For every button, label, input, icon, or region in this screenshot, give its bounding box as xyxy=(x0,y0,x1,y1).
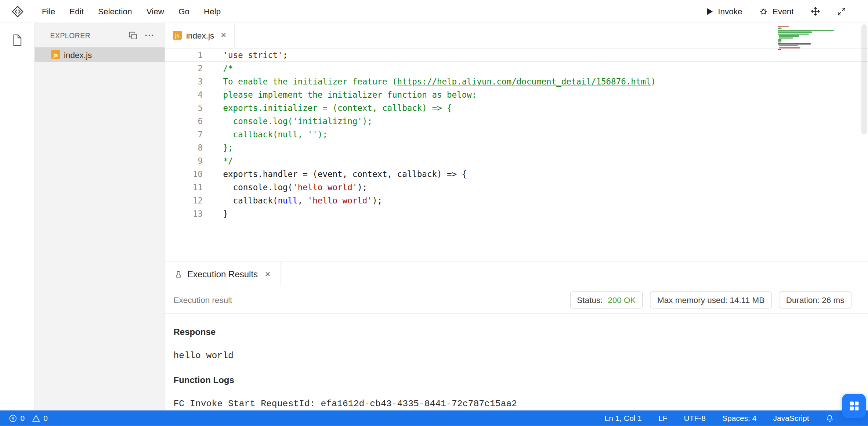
code-line-2[interactable]: 2/* xyxy=(165,62,868,75)
tab-index-js[interactable]: js index.js × xyxy=(165,23,235,47)
code-token: To enable the initializer feature ( xyxy=(223,77,397,87)
bell-icon[interactable] xyxy=(826,414,834,423)
grid-icon xyxy=(849,401,860,412)
code-line-12[interactable]: 12 callback(null, 'hello world'); xyxy=(165,194,868,207)
main-area: EXPLORER ··· jsindex.js j xyxy=(0,23,868,411)
editor-scrollbar[interactable] xyxy=(861,24,867,134)
code-line-5[interactable]: 5exports.initializer = (context, callbac… xyxy=(165,101,868,115)
file-list: jsindex.js xyxy=(35,47,165,62)
line-number: 5 xyxy=(165,103,203,113)
editor: js index.js × 1'use strict';2/*3To enabl… xyxy=(165,23,868,262)
minimap-line xyxy=(779,47,800,48)
code-token: } xyxy=(223,209,228,219)
code-line-8[interactable]: 8}; xyxy=(165,141,868,154)
status-line-ending[interactable]: LF xyxy=(658,414,668,423)
close-panel-icon[interactable]: × xyxy=(265,269,271,280)
line-number: 9 xyxy=(165,156,203,166)
explorer-header-actions: ··· xyxy=(129,31,155,40)
result-badge: Status: 200 OK xyxy=(570,292,643,309)
code-token: ; xyxy=(283,50,288,60)
minimap-line xyxy=(778,26,788,27)
explorer-title: EXPLORER xyxy=(50,31,91,40)
event-button[interactable]: Event xyxy=(759,7,793,16)
js-file-icon: js xyxy=(51,50,60,59)
bug-icon xyxy=(759,7,768,16)
panel-tab-label: Execution Results xyxy=(187,270,258,279)
line-number: 2 xyxy=(165,64,203,73)
line-text: console.log('initializing'); xyxy=(203,116,372,126)
code-line-6[interactable]: 6 console.log('initializing'); xyxy=(165,115,868,128)
result-badge: Max memory used: 14.11 MB xyxy=(650,292,771,309)
more-actions-icon[interactable]: ··· xyxy=(145,33,155,38)
line-text: } xyxy=(203,209,228,219)
menu-file[interactable]: File xyxy=(35,7,62,16)
status-language-mode[interactable]: JavaScript xyxy=(773,414,809,423)
line-number: 1 xyxy=(165,50,203,60)
badge-value: 200 OK xyxy=(608,295,636,305)
status-encoding[interactable]: UTF-8 xyxy=(684,414,706,423)
code-line-7[interactable]: 7 callback(null, ''); xyxy=(165,128,868,141)
code-line-4[interactable]: 4please implement the initializer functi… xyxy=(165,88,868,101)
play-icon xyxy=(707,7,713,15)
toolbar-actions: Invoke Event xyxy=(707,6,868,17)
minimap-line xyxy=(778,43,811,44)
code-line-9[interactable]: 9*/ xyxy=(165,154,868,167)
result-badge: Duration: 26 ms xyxy=(779,292,851,309)
line-number: 11 xyxy=(165,183,203,192)
close-tab-icon[interactable]: × xyxy=(221,30,226,41)
code-line-3[interactable]: 3To enable the initializer feature (http… xyxy=(165,75,868,88)
minimap-line xyxy=(779,36,799,37)
fullscreen-button[interactable] xyxy=(837,7,846,16)
menu-items: FileEditSelectionViewGoHelp xyxy=(35,7,228,16)
menu-go[interactable]: Go xyxy=(171,7,197,16)
code-token: exports.initializer = (context, callback… xyxy=(223,103,452,113)
problems-indicator[interactable]: 0 0 xyxy=(9,414,52,423)
code-line-1[interactable]: 1'use strict'; xyxy=(165,48,868,62)
badge-label: Status: xyxy=(577,295,605,305)
function-logs-line: FC Invoke Start RequestId: efa1612d-cb43… xyxy=(174,398,860,409)
menu-view[interactable]: View xyxy=(139,7,171,16)
minimap-line xyxy=(779,37,793,39)
move-panel-button[interactable] xyxy=(810,6,821,17)
activity-bar xyxy=(0,23,35,411)
response-title: Response xyxy=(174,327,860,338)
minimap[interactable] xyxy=(778,26,843,51)
line-text: */ xyxy=(203,156,233,166)
status-cursor-position[interactable]: Ln 1, Col 1 xyxy=(604,414,642,423)
comment-link[interactable]: https://help.aliyun.com/document_detail/… xyxy=(397,77,651,87)
code-token: 'hello world' xyxy=(308,196,372,206)
explorer-header: EXPLORER ··· xyxy=(35,23,165,47)
line-number: 7 xyxy=(165,130,203,140)
line-text: please implement the initializer functio… xyxy=(203,90,477,100)
status-indentation[interactable]: Spaces: 4 xyxy=(722,414,756,423)
code-line-11[interactable]: 11 console.log('hello world'); xyxy=(165,181,868,194)
explorer-files-icon[interactable] xyxy=(10,33,24,50)
error-count: 0 xyxy=(21,414,25,423)
file-index.js[interactable]: jsindex.js xyxy=(35,47,165,62)
js-file-icon: js xyxy=(173,31,182,40)
menu-selection[interactable]: Selection xyxy=(91,7,140,16)
menu-edit[interactable]: Edit xyxy=(62,7,91,16)
code-line-13[interactable]: 13} xyxy=(165,207,868,220)
code-token: /* xyxy=(223,64,233,73)
tab-execution-results[interactable]: Execution Results × xyxy=(165,262,281,286)
minimap-line xyxy=(778,32,812,33)
execution-result-body: Response hello world Function Logs FC In… xyxy=(165,314,868,409)
event-label: Event xyxy=(773,7,794,16)
response-value: hello world xyxy=(174,350,860,361)
code-token: callback(null, ''); xyxy=(223,130,328,140)
layout-grid-button[interactable] xyxy=(842,394,866,418)
code-token: null xyxy=(278,196,298,206)
menu-help[interactable]: Help xyxy=(197,7,228,16)
code-token: please implement the initializer functio… xyxy=(223,90,477,100)
duplicate-icon[interactable] xyxy=(129,31,137,40)
code-area[interactable]: 1'use strict';2/*3To enable the initiali… xyxy=(165,47,868,220)
code-token: 'hello world' xyxy=(293,183,357,192)
status-items: Ln 1, Col 1LFUTF-8Spaces: 4JavaScript xyxy=(604,414,809,423)
invoke-button[interactable]: Invoke xyxy=(707,7,742,16)
line-number: 8 xyxy=(165,143,203,153)
invoke-label: Invoke xyxy=(718,7,742,16)
execution-result-label: Execution result xyxy=(174,295,232,305)
code-line-10[interactable]: 10exports.handler = (event, context, cal… xyxy=(165,167,868,181)
move-icon xyxy=(810,6,821,17)
